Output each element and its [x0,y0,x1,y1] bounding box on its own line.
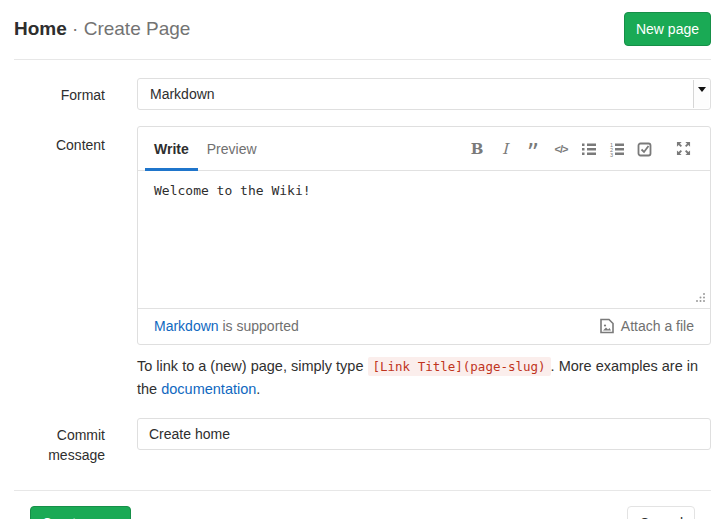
cancel-button[interactable]: Cancel [627,506,695,519]
editor-tab-bar: Write Preview B I ” </> [138,127,710,171]
page-title-create: Create Page [84,18,191,39]
resize-grip-icon[interactable] [695,292,706,303]
markdown-editor: Write Preview B I ” </> [137,126,711,345]
link-help-text: To link to a (new) page, simply type [Li… [137,355,711,400]
page-title-home: Home [14,18,67,39]
editor-area-wrap: Welcome to the Wiki! [138,171,710,309]
content-textarea[interactable]: Welcome to the Wiki! [138,171,710,309]
italic-icon[interactable]: I [494,138,516,160]
attach-file-button[interactable]: Attach a file [599,318,694,334]
numbered-list-icon[interactable]: 1 2 3 [606,138,628,160]
quote-icon[interactable]: ” [522,138,544,160]
bullet-list-icon[interactable] [578,138,600,160]
help-text-end: . [256,381,260,397]
page-header: Home · Create Page New page [14,0,711,60]
markdown-supported-note: Markdown is supported [154,318,299,334]
svg-text:3: 3 [610,151,613,157]
tab-preview[interactable]: Preview [198,127,266,171]
form-actions: Create page Cancel [14,490,711,519]
bold-icon[interactable]: B [466,138,488,160]
commit-message-row: Commit message [14,418,711,465]
commit-message-label: Commit message [14,418,105,465]
format-select-value: Markdown [150,86,215,102]
create-page-button[interactable]: Create page [30,506,131,519]
editor-toolbar: B I ” </> 1 [460,138,694,160]
markdown-help-link[interactable]: Markdown [154,318,219,334]
editor-footer: Markdown is supported Attach a file [138,309,710,344]
help-text-before: To link to a (new) page, simply type [137,358,363,374]
chevron-down-icon[interactable] [693,80,709,108]
documentation-link[interactable]: documentation [161,381,256,397]
fullscreen-icon[interactable] [672,138,694,160]
tab-write[interactable]: Write [145,127,198,171]
format-row: Format Markdown [14,78,711,110]
link-syntax-code: [Link Title](page-slug) [368,357,551,376]
attach-image-icon [599,318,615,334]
new-page-button[interactable]: New page [624,12,711,46]
task-list-icon[interactable] [634,138,656,160]
content-row: Content Write Preview B I ” </> [14,126,711,345]
commit-message-input[interactable] [137,418,711,450]
content-label: Content [14,126,105,345]
code-icon[interactable]: </> [550,138,572,160]
wiki-create-page: Home · Create Page New page Format Markd… [0,0,725,519]
format-select[interactable]: Markdown [137,78,711,110]
format-label: Format [14,78,105,110]
title-separator: · [72,18,78,39]
page-title: Home · Create Page [14,18,190,40]
attach-file-label: Attach a file [621,318,694,334]
supported-text: is supported [222,318,298,334]
